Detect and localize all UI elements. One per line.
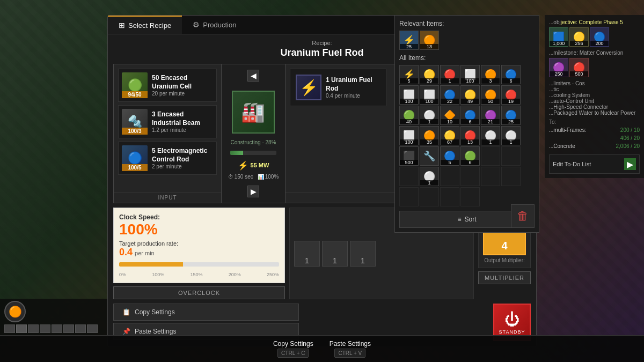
side-item-1[interactable]: 🟡256 xyxy=(569,27,589,47)
side-item-2[interactable]: 🔵200 xyxy=(590,27,609,47)
tab-recipe-icon: ⊞ xyxy=(119,21,125,29)
ingredient-info-2: 5 Electromagnetic Control Rod 2 per minu… xyxy=(152,147,213,169)
slot-2: 1 xyxy=(350,241,376,267)
paste-hotkey-label: Paste Settings xyxy=(330,340,371,348)
side-count-2: 200 xyxy=(590,41,609,46)
ingredient-icon-2: 🔵 100/5 xyxy=(122,145,148,171)
machine-panel: ◀ 🏭 Constructing - 28% ⚡ 55 MW ⏱ 150 xyxy=(221,64,286,203)
all-item-0-4[interactable]: 🟠3 xyxy=(481,65,500,84)
delete-button[interactable]: 🗑 xyxy=(511,204,535,228)
hotkey-copy: Copy Settings CTRL + C xyxy=(273,340,313,358)
list-item-4: ...High-Speed Connector xyxy=(549,104,640,110)
ingredient-item-0[interactable]: 🟢 94/50 50 Encased Uranium Cell 20 per m… xyxy=(118,69,217,102)
all-item-0-5[interactable]: 🔵6 xyxy=(501,65,521,84)
progress-bar xyxy=(230,151,243,155)
all-item-3-0[interactable]: ⬛500 xyxy=(399,146,419,166)
trash-icon: 🗑 xyxy=(517,209,529,223)
next-recipe-button[interactable]: ▶ xyxy=(247,186,259,197)
side-count-1: 256 xyxy=(570,41,588,46)
empty-7 xyxy=(460,187,480,206)
output-rate: 0.4 per minute xyxy=(326,93,380,99)
all-item-0-3[interactable]: ⬜100 xyxy=(460,65,480,84)
todo-section: To: ...multi-Frames: 200 / 10 406 / 20 .… xyxy=(549,119,640,150)
all-item-2-3[interactable]: 🟠35 xyxy=(420,126,439,145)
hotkey-paste: Paste Settings CTRL + V xyxy=(330,340,371,358)
edit-todo-section: Edit To-Do List ▶ xyxy=(549,154,640,174)
all-item-2-2[interactable]: ⬜100 xyxy=(399,126,419,145)
all-item-1-0[interactable]: 🔵22 xyxy=(440,85,459,105)
all-item-3-5 xyxy=(501,146,521,166)
overclock-button[interactable]: OVERCLOCK xyxy=(113,286,285,299)
ingredient-name-1: 3 Encased Industrial Beam xyxy=(152,110,213,127)
clock-slider[interactable] xyxy=(119,262,279,271)
list-item-2: ...cooling System xyxy=(549,92,640,98)
copy-hotkey-key: CTRL + C xyxy=(277,349,309,358)
prev-recipe-button[interactable]: ◀ xyxy=(247,70,259,82)
standby-icon: ⏻ xyxy=(504,311,519,328)
empty-0 xyxy=(440,167,459,186)
all-item-2-0[interactable]: 🟣21 xyxy=(481,106,500,125)
all-item-2-4[interactable]: 🟡67 xyxy=(440,126,459,145)
all-item-1-2[interactable]: 🟠50 xyxy=(481,85,500,105)
hotbar-slot-7 xyxy=(87,324,98,333)
all-item-3-3[interactable]: 🟢6 xyxy=(460,146,480,166)
relevant-count-1: 13 xyxy=(420,44,438,49)
list-item-3: ...auto-Control Unit xyxy=(549,98,640,104)
bottom-bar: Copy Settings CTRL + C Paste Settings CT… xyxy=(0,335,644,362)
ingredient-icon-0: 🟢 94/50 xyxy=(122,72,148,98)
all-item-3-2[interactable]: 🔵5 xyxy=(440,146,459,166)
milestone-item-1[interactable]: 🔴500 xyxy=(569,58,589,77)
all-item-0-1[interactable]: 🟡29 xyxy=(420,65,439,84)
action-buttons: 📋 Copy Settings 📌 Paste Settings xyxy=(113,304,299,340)
tab-select-recipe[interactable]: ⊞ Select Recipe xyxy=(108,16,182,34)
all-item-3-1[interactable]: 🔧 xyxy=(420,146,439,166)
multiplier-button[interactable]: MULTIPLIER xyxy=(478,271,531,284)
all-item-0-2[interactable]: 🔴1 xyxy=(440,65,459,84)
empty-3 xyxy=(501,167,521,186)
empty-5 xyxy=(420,187,439,206)
time-value: 150 sec xyxy=(235,174,253,180)
machine-stats: ⏱ 150 sec 📊 100% xyxy=(228,174,279,180)
tab-recipe-label: Select Recipe xyxy=(128,21,171,29)
copy-settings-label: Copy Settings xyxy=(135,308,175,316)
output-item[interactable]: ⚡ 1 Uranium Fuel Rod 0.4 per minute xyxy=(290,69,386,106)
all-item-3-7[interactable]: ⚪1 xyxy=(420,167,439,186)
hotbar-slot-1 xyxy=(16,324,27,333)
relevant-item-1[interactable]: 🟠 13 xyxy=(420,31,439,50)
milestone-item-0[interactable]: 🟣250 xyxy=(549,58,568,77)
hotbar-slot-0 xyxy=(4,324,15,333)
all-item-1-1[interactable]: 🟡49 xyxy=(460,85,480,105)
ingredient-item-2[interactable]: 🔵 100/5 5 Electromagnetic Control Rod 2 … xyxy=(118,142,217,175)
target-label: Target production rate: xyxy=(119,240,279,247)
all-item-1-4[interactable]: 🟢40 xyxy=(399,106,419,125)
sort-label: Sort xyxy=(465,216,477,223)
hotbar-slot-3 xyxy=(40,324,50,333)
copy-settings-button[interactable]: 📋 Copy Settings xyxy=(113,304,299,321)
all-item-0-0[interactable]: ⚡5 xyxy=(399,65,419,84)
hotbar-slot-5 xyxy=(63,324,74,333)
edit-todo-button[interactable]: ▶ xyxy=(624,158,636,170)
list-item-0: ...limiters - Cos xyxy=(549,80,640,86)
all-item-1-3[interactable]: 🔴19 xyxy=(501,85,521,105)
slot-1: 1 xyxy=(322,241,348,267)
all-item-1-5[interactable]: ⚪1 xyxy=(420,106,439,125)
slider-track xyxy=(119,262,279,267)
all-item-1-6[interactable]: 🔶10 xyxy=(440,106,459,125)
side-item-0[interactable]: 🟦1,000 xyxy=(549,27,568,47)
all-item-2-1[interactable]: 🔵25 xyxy=(501,106,521,125)
power-icon: ⚡ xyxy=(238,160,248,171)
all-item-1-7[interactable]: 🔵6 xyxy=(460,106,480,125)
all-item-2-5[interactable]: 🔴13 xyxy=(460,126,480,145)
side-count-0: 1,000 xyxy=(550,41,568,46)
tab-production[interactable]: ⚙ Production xyxy=(182,16,247,33)
health-bar xyxy=(29,310,39,314)
all-item-2-7[interactable]: ⚪1 xyxy=(501,126,521,145)
all-item-2-6[interactable]: ⚪1 xyxy=(481,126,500,145)
all-item-0-6[interactable]: ⬜100 xyxy=(399,85,419,105)
relevant-item-0[interactable]: ⚡ 25 xyxy=(399,31,419,50)
ingredient-item-1[interactable]: 🔩 100/3 3 Encased Industrial Beam 1.2 pe… xyxy=(118,105,217,138)
chart-icon: 📊 xyxy=(258,174,264,180)
target-unit: per min xyxy=(135,250,155,256)
all-item-0-7[interactable]: ⬜100 xyxy=(420,85,439,105)
ingredient-icon-1: 🔩 100/3 xyxy=(122,109,148,135)
